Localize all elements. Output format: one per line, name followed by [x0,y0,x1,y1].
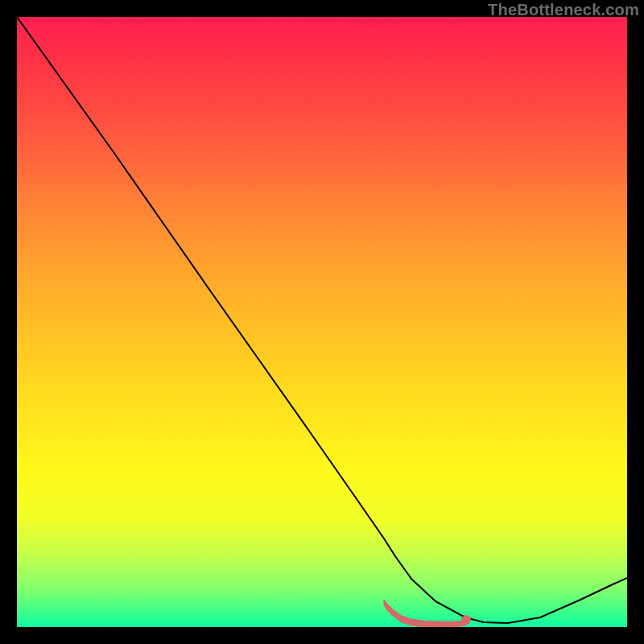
bottleneck-curve [17,17,627,623]
plot-overlay [17,17,627,627]
optimal-end-dot [461,615,471,625]
optimal-band [384,600,468,627]
plot-area [17,17,627,627]
watermark-text: TheBottleneck.com [488,1,639,19]
chart-stage: TheBottleneck.com [0,0,644,644]
